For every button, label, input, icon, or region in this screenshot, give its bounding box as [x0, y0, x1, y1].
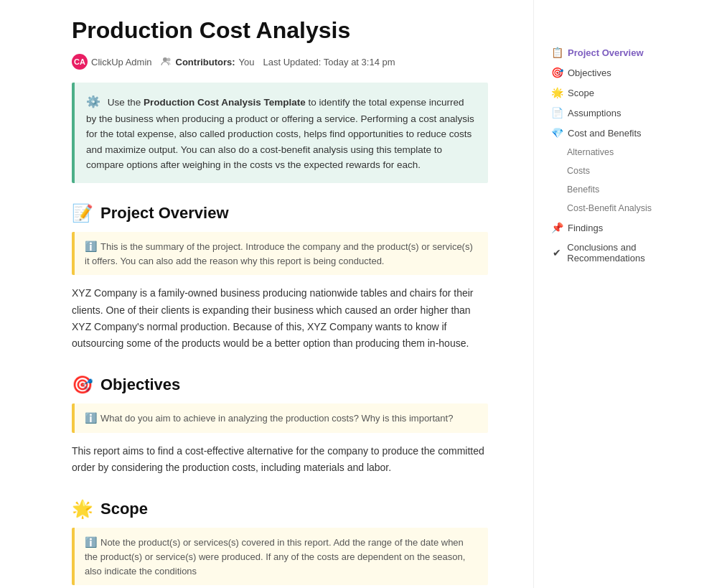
sidebar-icon-objectives: 🎯	[551, 67, 563, 78]
author-info: CA ClickUp Admin	[72, 54, 152, 70]
sidebar-icon-assumptions: 📄	[551, 107, 563, 118]
section-objectives: 🎯 Objectives ℹ️What do you aim to achiev…	[72, 375, 488, 476]
sidebar-item-conclusions[interactable]: ✔ Conclusions and Recommendations	[545, 238, 716, 267]
sidebar-label-assumptions: Assumptions	[568, 108, 621, 118]
sidebar-item-cost-benefit-analysis[interactable]: Cost-Benefit Analysis	[545, 200, 716, 217]
section-icon-scope: 🌟	[72, 499, 93, 519]
hint-icon-objectives: ℹ️	[85, 411, 97, 426]
section-icon-project-overview: 📝	[72, 203, 93, 223]
sidebar-label-project-overview: Project Overview	[568, 47, 644, 58]
sidebar-item-objectives[interactable]: 🎯 Objectives	[545, 63, 716, 82]
svg-point-0	[163, 57, 167, 62]
intro-text-before: Use the	[108, 97, 144, 108]
sidebar-item-scope[interactable]: 🌟 Scope	[545, 83, 716, 102]
hint-box-scope: ℹ️Note the product(s) or services(s) cov…	[72, 528, 488, 585]
meta-bar: CA ClickUp Admin Contributors: You Last …	[72, 54, 488, 70]
sidebar-icon-cost-and-benefits: 💎	[551, 127, 563, 139]
section-scope: 🌟 Scope ℹ️Note the product(s) or service…	[72, 499, 488, 588]
sidebar-label-objectives: Objectives	[568, 67, 611, 78]
intro-box: ⚙️ Use the Production Cost Analysis Temp…	[72, 83, 488, 183]
hint-icon-scope: ℹ️	[85, 535, 97, 550]
sidebar-label-scope: Scope	[568, 88, 594, 98]
sidebar-item-costs[interactable]: Costs	[545, 162, 716, 179]
intro-bold-text: Production Cost Analysis Template	[144, 97, 306, 108]
hint-text-scope: Note the product(s) or services(s) cover…	[85, 537, 465, 577]
contributors-label: Contributors:	[176, 57, 235, 67]
sidebar-label-benefits: Benefits	[567, 185, 599, 195]
avatar: CA	[72, 54, 88, 70]
section-title-objectives: Objectives	[100, 375, 180, 394]
section-heading-objectives: 🎯 Objectives	[72, 375, 488, 395]
hint-icon-project-overview: ℹ️	[85, 239, 97, 254]
contributors-icon	[161, 56, 172, 67]
sidebar-item-findings[interactable]: 📌 Findings	[545, 218, 716, 237]
sidebar-item-project-overview[interactable]: 📋 Project Overview	[545, 43, 716, 62]
section-icon-objectives: 🎯	[72, 375, 93, 395]
hint-box-objectives: ℹ️What do you aim to achieve in analyzin…	[72, 403, 488, 433]
section-heading-project-overview: 📝 Project Overview	[72, 203, 488, 223]
section-body-objectives: This report aims to find a cost-effectiv…	[72, 443, 488, 476]
contributors-value: You	[239, 57, 255, 67]
section-project-overview: 📝 Project Overview ℹ️This is the summary…	[72, 203, 488, 352]
sidebar-label-costs: Costs	[567, 166, 590, 176]
sidebar-label-conclusions: Conclusions and Recommendations	[567, 242, 710, 263]
sidebar-item-benefits[interactable]: Benefits	[545, 181, 716, 198]
page-title: Production Cost Analysis	[72, 17, 488, 44]
sidebar-label-cost-and-benefits: Cost and Benefits	[568, 128, 642, 139]
hint-text-objectives: What do you aim to achieve in analyzing …	[100, 413, 453, 424]
section-title-scope: Scope	[100, 500, 148, 518]
sidebar-item-alternatives[interactable]: Alternatives	[545, 144, 716, 161]
svg-point-1	[166, 58, 170, 62]
intro-icon: ⚙️	[86, 93, 100, 111]
sidebar-label-cost-benefit-analysis: Cost-Benefit Analysis	[567, 203, 652, 213]
hint-text-project-overview: This is the summary of the project. Intr…	[85, 241, 473, 266]
main-content: Production Cost Analysis CA ClickUp Admi…	[0, 0, 517, 588]
hint-box-project-overview: ℹ️This is the summary of the project. In…	[72, 232, 488, 276]
section-heading-scope: 🌟 Scope	[72, 499, 488, 519]
sidebar: 📋 Project Overview 🎯 Objectives 🌟 Scope …	[533, 0, 727, 588]
sidebar-icon-findings: 📌	[551, 222, 563, 233]
contributors-info: Contributors: You	[161, 56, 255, 67]
section-title-project-overview: Project Overview	[100, 204, 229, 223]
sidebar-icon-conclusions: ✔	[551, 247, 562, 258]
section-body-project-overview: XYZ Company is a family-owned business p…	[72, 285, 488, 351]
sidebar-icon-project-overview: 📋	[551, 47, 563, 58]
sidebar-item-cost-and-benefits[interactable]: 💎 Cost and Benefits	[545, 123, 716, 142]
sidebar-icon-scope: 🌟	[551, 87, 563, 98]
sidebar-label-alternatives: Alternatives	[567, 147, 614, 157]
sidebar-label-findings: Findings	[568, 223, 603, 233]
intro-text-after: to identify the total expense incurred b…	[86, 97, 474, 170]
sidebar-item-assumptions[interactable]: 📄 Assumptions	[545, 103, 716, 122]
last-updated: Last Updated: Today at 3:14 pm	[263, 57, 395, 67]
author-name: ClickUp Admin	[91, 57, 152, 67]
